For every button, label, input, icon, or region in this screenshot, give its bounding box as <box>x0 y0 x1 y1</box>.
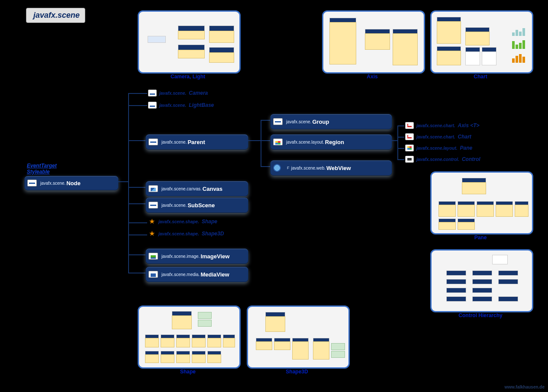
connector <box>128 254 145 255</box>
interface-styleable[interactable]: Styleable <box>27 169 50 175</box>
media-icon <box>148 271 158 278</box>
grid-icon <box>405 145 414 151</box>
star-icon: ★ <box>148 231 156 237</box>
abstract-pane[interactable]: javafx.scene.layout. Pane <box>405 145 472 151</box>
connector <box>128 273 145 273</box>
thumb-control-hierarchy-caption: Control Hierarchy <box>430 312 531 318</box>
class-icon <box>148 202 158 209</box>
connector <box>128 187 145 188</box>
connector <box>261 120 261 167</box>
class-icon <box>273 118 283 125</box>
connector <box>391 140 397 141</box>
connector <box>128 105 147 106</box>
abstract-chart[interactable]: javafx.scene.chart. Chart <box>405 133 471 140</box>
interface-eventtarget[interactable]: EventTarget <box>27 163 57 169</box>
thumb-chart-caption: Chart <box>430 74 531 80</box>
thumb-axis-caption: Axis <box>322 74 422 80</box>
thumb-shape3d-caption: Shape3D <box>247 369 347 375</box>
connector <box>128 222 147 223</box>
package-title: javafx.scene <box>26 8 85 23</box>
thumb-shape-caption: Shape <box>138 369 238 375</box>
chart-icon <box>405 122 414 129</box>
footer-credit: www.falkhausen.de <box>505 385 545 389</box>
class-icon <box>148 90 157 96</box>
connector <box>128 203 145 204</box>
class-canvas[interactable]: javafx.scene.canvas. Canvas <box>145 181 248 196</box>
class-node-cls: Node <box>66 180 81 186</box>
thumb-control-hierarchy[interactable] <box>430 249 533 312</box>
thumb-camera-light[interactable] <box>138 10 241 74</box>
class-imageview[interactable]: javafx.scene.image. ImageView <box>145 248 248 264</box>
abstract-control[interactable]: javafx.scene.control. Control <box>405 156 480 163</box>
thumb-pane[interactable] <box>430 171 533 235</box>
class-webview[interactable]: F javafx.scene.web. WebView <box>270 160 392 176</box>
abstract-axis[interactable]: javafx.scene.chart. Axis <T> <box>405 122 480 129</box>
class-region[interactable]: javafx.scene.layout. Region <box>270 134 392 150</box>
abstract-shape[interactable]: ★ javafx.scene.shape. Shape <box>148 218 217 225</box>
image-icon <box>148 253 158 260</box>
abstract-camera[interactable]: javafx.scene. Camera <box>148 90 208 96</box>
connector <box>261 140 270 141</box>
package-title-text: javafx.scene <box>33 11 80 20</box>
class-icon <box>148 138 158 145</box>
abstract-shape3d[interactable]: ★ javafx.scene.shape. Shape3D <box>148 231 224 237</box>
connector <box>397 125 404 126</box>
star-icon: ★ <box>148 218 156 225</box>
canvas-icon <box>148 185 158 192</box>
connector <box>397 137 404 138</box>
connector <box>261 166 270 167</box>
thumb-shape3d[interactable] <box>247 305 350 369</box>
region-icon <box>273 138 283 145</box>
connector <box>397 159 404 160</box>
connector <box>261 120 270 121</box>
connector <box>248 140 261 141</box>
class-group[interactable]: javafx.scene. Group <box>270 114 392 129</box>
thumb-shape[interactable] <box>138 305 241 369</box>
connector <box>128 93 147 94</box>
connector <box>128 140 145 141</box>
diagram-stage: javafx.scene EventTarget Styleable javaf… <box>0 0 548 392</box>
thumb-pane-caption: Pane <box>430 235 531 241</box>
connector <box>118 181 128 182</box>
connector <box>397 125 398 160</box>
class-node[interactable]: javafx.scene. Node <box>24 176 119 190</box>
class-parent[interactable]: javafx.scene. Parent <box>145 134 248 150</box>
class-mediaview[interactable]: javafx.scene.media. MediaView <box>145 267 248 282</box>
globe-icon <box>273 164 281 172</box>
connector <box>397 148 404 149</box>
abstract-lightbase[interactable]: javafx.scene. LightBase <box>148 102 214 109</box>
class-icon <box>27 180 37 186</box>
thumb-axis[interactable] <box>322 10 425 74</box>
class-subscene[interactable]: javafx.scene. SubScene <box>145 197 248 213</box>
connector <box>128 93 129 273</box>
chart-icon <box>405 133 414 140</box>
class-node-pkg: javafx.scene. <box>40 181 65 186</box>
control-icon <box>405 156 414 163</box>
class-icon <box>148 102 157 109</box>
thumb-chart[interactable] <box>430 10 533 74</box>
connector <box>128 235 147 235</box>
thumb-camera-light-caption: Camera, Light <box>138 74 238 80</box>
